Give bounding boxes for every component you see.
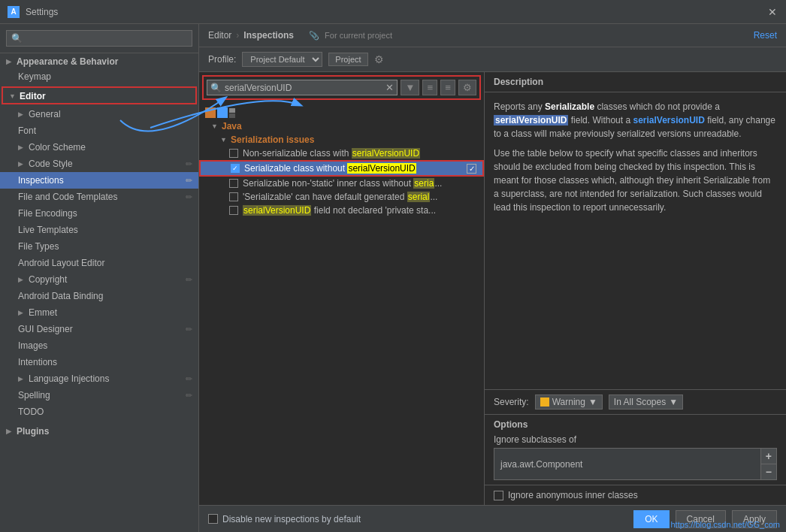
close-button[interactable]: ✕ xyxy=(766,6,778,18)
remove-class-button[interactable]: − xyxy=(761,464,776,479)
disable-inspections-row: Disable new inspections by default xyxy=(208,514,361,524)
sidebar-item-inspections[interactable]: Inspections ✏ xyxy=(0,172,198,189)
sidebar-item-label: File Types xyxy=(18,241,59,252)
options-section: Options Ignore subclasses of java.awt.Co… xyxy=(485,414,786,485)
tree-serialization-node[interactable]: Serialization issues xyxy=(199,133,484,147)
tree-item-4[interactable]: serialVersionUID field not declared 'pri… xyxy=(199,204,484,217)
tree-item-1[interactable]: Serializable class without serialVersion… xyxy=(201,162,482,175)
tree-item-2[interactable]: Serializable non-'static' inner class wi… xyxy=(199,177,484,190)
checkbox-2[interactable] xyxy=(229,179,238,188)
tree-item-3[interactable]: 'Serializable' can have default generate… xyxy=(199,190,484,204)
sidebar-item-plugins[interactable]: Plugins xyxy=(0,423,198,438)
checkbox-0[interactable] xyxy=(229,149,238,158)
sidebar-item-livetemplates[interactable]: Live Templates xyxy=(0,222,198,238)
item-text: Serializable class without serialVersion… xyxy=(244,163,416,174)
expand-icon xyxy=(18,110,26,118)
checkbox-3[interactable] xyxy=(229,192,238,201)
expand-all-button[interactable]: ≡ xyxy=(422,80,437,95)
content-header: Editor › Inspections 📎 For current proje… xyxy=(199,24,786,47)
uid-highlight: serialVersionUID xyxy=(243,205,311,216)
edit-icon: ✏ xyxy=(186,325,192,334)
content-area: Editor › Inspections 📎 For current proje… xyxy=(199,24,786,532)
sidebar: Appearance & Behavior Keymap Editor Gene… xyxy=(0,24,199,532)
sidebar-search-wrap xyxy=(0,24,198,53)
sidebar-item-editor[interactable]: Editor xyxy=(3,88,195,103)
sidebar-item-spelling[interactable]: Spelling ✏ xyxy=(0,387,198,404)
sidebar-item-label: TODO xyxy=(18,407,44,417)
sidebar-item-codestyle[interactable]: Code Style ✏ xyxy=(0,156,198,172)
sidebar-item-label: Font xyxy=(18,125,36,136)
settings-button[interactable]: ⚙ xyxy=(458,80,476,95)
checkbox-1[interactable] xyxy=(231,164,240,173)
sidebar-item-label: Editor xyxy=(20,91,46,101)
add-class-button[interactable]: + xyxy=(761,449,776,464)
search-icon: 🔍 xyxy=(210,83,222,93)
inspections-panel: 🔍 ✕ ▼ ≡ ≡ ⚙ xyxy=(199,72,485,505)
sidebar-item-images[interactable]: Images xyxy=(0,337,198,354)
profile-bar: Profile: Project Default Project ⚙ xyxy=(199,47,786,72)
severity-select-wrap[interactable]: Warning ▼ xyxy=(535,394,603,410)
item-text: Serializable non-'static' inner class wi… xyxy=(243,178,442,189)
row-checkbox[interactable]: ✓ xyxy=(467,164,476,174)
ignore-anonymous-checkbox[interactable] xyxy=(494,491,503,500)
serialization-label: Serialization issues xyxy=(231,135,314,145)
expand-icon xyxy=(9,92,17,100)
sidebar-item-keymap[interactable]: Keymap xyxy=(0,68,198,85)
edit-icon: ✏ xyxy=(186,192,192,202)
sidebar-item-androidlayout[interactable]: Android Layout Editor xyxy=(0,255,198,271)
collapse-all-button[interactable]: ≡ xyxy=(440,80,455,95)
app-icon: A xyxy=(8,6,20,18)
search-filter-button[interactable]: ▼ xyxy=(401,80,419,95)
description-body: Reports any Serializable classes which d… xyxy=(485,92,786,389)
sidebar-item-guidesigner[interactable]: GUI Designer ✏ xyxy=(0,321,198,337)
sidebar-item-copyright[interactable]: Copyright ✏ xyxy=(0,271,198,288)
expand-icon xyxy=(211,122,219,130)
sidebar-item-label: File Encodings xyxy=(18,208,77,219)
search-input[interactable] xyxy=(225,83,385,93)
severity-value: Warning xyxy=(552,397,585,407)
sidebar-item-todo[interactable]: TODO xyxy=(0,404,198,420)
gear-icon[interactable]: ⚙ xyxy=(374,53,384,65)
selected-item-highlight: Serializable class without serialVersion… xyxy=(199,160,484,177)
checkbox-4[interactable] xyxy=(229,206,238,215)
breadcrumb-parent: Editor xyxy=(208,30,231,41)
sidebar-item-filetypes[interactable]: File Types xyxy=(0,238,198,255)
warning-icon xyxy=(540,397,549,407)
sidebar-item-androiddatabinding[interactable]: Android Data Binding xyxy=(0,288,198,304)
sidebar-item-fileencodings[interactable]: File Encodings xyxy=(0,205,198,222)
window-title: Settings xyxy=(26,7,766,17)
breadcrumb: Editor › Inspections 📎 For current proje… xyxy=(208,30,392,41)
plusminus-buttons: + − xyxy=(761,448,777,480)
editor-section-highlight: Editor xyxy=(2,86,197,104)
sidebar-item-colorscheme[interactable]: Color Scheme xyxy=(0,139,198,156)
expand-icon xyxy=(18,160,26,168)
sidebar-item-emmet[interactable]: Emmet xyxy=(0,304,198,321)
ignore-box: java.awt.Component xyxy=(494,448,761,480)
item-text: 'Serializable' can have default generate… xyxy=(243,192,437,202)
sidebar-item-label: Emmet xyxy=(29,307,57,318)
reset-button[interactable]: Reset xyxy=(754,30,777,41)
expand-icon xyxy=(18,144,26,151)
ok-button[interactable]: OK xyxy=(633,510,669,528)
disable-checkbox[interactable] xyxy=(208,514,218,524)
sidebar-item-appearance[interactable]: Appearance & Behavior xyxy=(0,53,198,68)
description-panel: Description Reports any Serializable cla… xyxy=(485,72,786,505)
tree-item-0[interactable]: Non-serializable class with serialVersio… xyxy=(199,147,484,160)
scope-select-wrap[interactable]: In All Scopes ▼ xyxy=(609,394,683,410)
tree-java-node[interactable]: Java xyxy=(199,119,484,133)
content-body: 🔍 ✕ ▼ ≡ ≡ ⚙ xyxy=(199,72,786,505)
sidebar-item-label: Spelling xyxy=(18,390,50,401)
uid-highlight: serialVersionUID xyxy=(352,148,420,159)
sidebar-item-languageinjections[interactable]: Language Injections ✏ xyxy=(0,370,198,387)
item-text: serialVersionUID field not declared 'pri… xyxy=(243,205,436,216)
clear-search-button[interactable]: ✕ xyxy=(385,82,394,93)
edit-icon: ✏ xyxy=(186,275,192,285)
project-link[interactable]: 📎 For current project xyxy=(309,31,392,41)
sidebar-item-intentions[interactable]: Intentions xyxy=(0,354,198,370)
sidebar-item-filecodetemplates[interactable]: File and Code Templates ✏ xyxy=(0,189,198,205)
sidebar-search-input[interactable] xyxy=(6,30,192,47)
sidebar-item-general[interactable]: General xyxy=(0,106,198,122)
sidebar-item-font[interactable]: Font xyxy=(0,122,198,139)
edit-icon: ✏ xyxy=(186,159,192,169)
profile-select[interactable]: Project Default xyxy=(242,52,322,67)
